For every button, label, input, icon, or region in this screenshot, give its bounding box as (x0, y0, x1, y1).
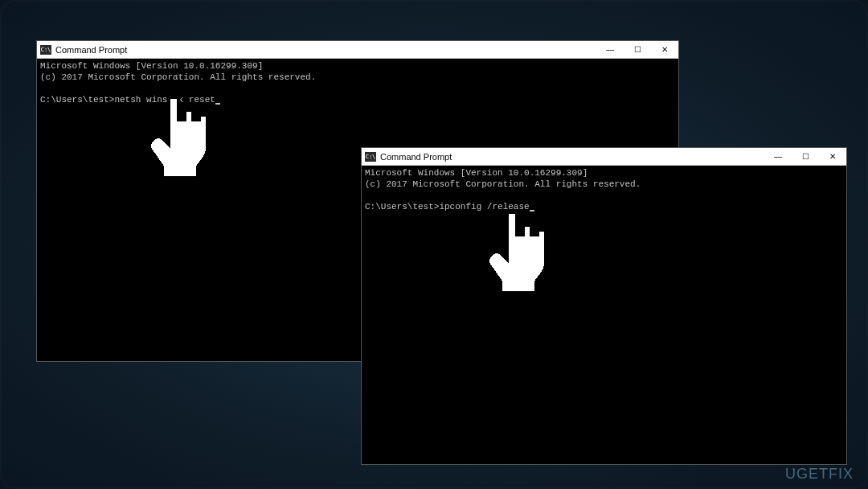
version-line: Microsoft Windows [Version 10.0.16299.30… (40, 61, 263, 71)
minimize-button[interactable]: — (764, 148, 792, 165)
cmd-icon: C:\ (365, 152, 376, 162)
version-line: Microsoft Windows [Version 10.0.16299.30… (365, 168, 588, 178)
close-button[interactable]: ✕ (819, 148, 846, 165)
window-controls: — ☐ ✕ (596, 41, 678, 58)
copyright-line: (c) 2017 Microsoft Corporation. All righ… (365, 179, 641, 189)
prompt-path: C:\Users\test> (365, 202, 439, 212)
titlebar[interactable]: C:\ Command Prompt — ☐ ✕ (37, 41, 678, 59)
maximize-button[interactable]: ☐ (624, 41, 651, 58)
watermark-logo: UGETFIX (785, 466, 854, 483)
typed-command: netsh winsock reset (114, 95, 215, 105)
window-controls: — ☐ ✕ (764, 148, 846, 165)
maximize-button[interactable]: ☐ (792, 148, 819, 165)
prompt-path: C:\Users\test> (40, 95, 114, 105)
command-prompt-window-2[interactable]: C:\ Command Prompt — ☐ ✕ Microsoft Windo… (361, 147, 847, 465)
text-cursor (530, 210, 534, 212)
text-cursor (215, 103, 220, 105)
typed-command: ipconfig /release (439, 202, 529, 212)
window-title: Command Prompt (380, 152, 764, 162)
titlebar[interactable]: C:\ Command Prompt — ☐ ✕ (362, 148, 846, 166)
close-button[interactable]: ✕ (651, 41, 678, 58)
copyright-line: (c) 2017 Microsoft Corporation. All righ… (40, 72, 316, 82)
minimize-button[interactable]: — (596, 41, 624, 58)
console-output[interactable]: Microsoft Windows [Version 10.0.16299.30… (362, 166, 846, 464)
window-title: Command Prompt (55, 45, 596, 55)
cmd-icon: C:\ (40, 45, 51, 55)
